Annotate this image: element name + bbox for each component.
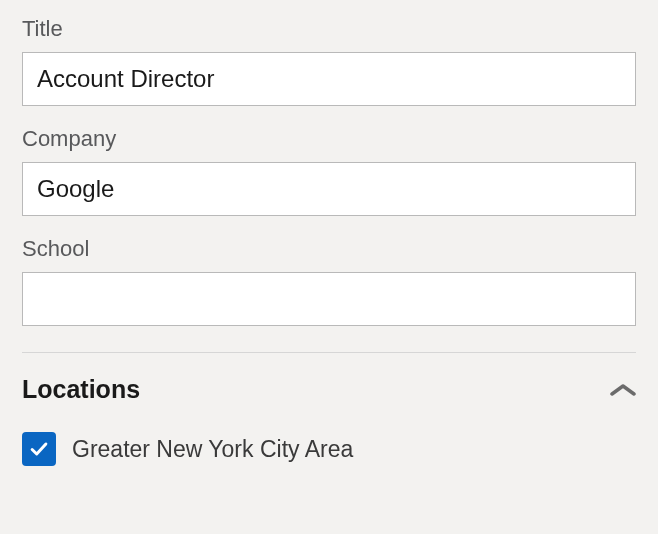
company-label: Company (22, 126, 636, 152)
school-input[interactable] (22, 272, 636, 326)
title-input[interactable] (22, 52, 636, 106)
chevron-up-icon (610, 383, 636, 397)
location-checkbox[interactable] (22, 432, 56, 466)
check-icon (28, 438, 50, 460)
locations-heading: Locations (22, 375, 140, 404)
title-field-group: Title (22, 16, 636, 106)
location-option-row[interactable]: Greater New York City Area (22, 426, 636, 472)
school-field-group: School (22, 236, 636, 326)
school-label: School (22, 236, 636, 262)
title-label: Title (22, 16, 636, 42)
company-input[interactable] (22, 162, 636, 216)
locations-section-header[interactable]: Locations (22, 353, 636, 426)
company-field-group: Company (22, 126, 636, 216)
location-option-label: Greater New York City Area (72, 436, 353, 463)
